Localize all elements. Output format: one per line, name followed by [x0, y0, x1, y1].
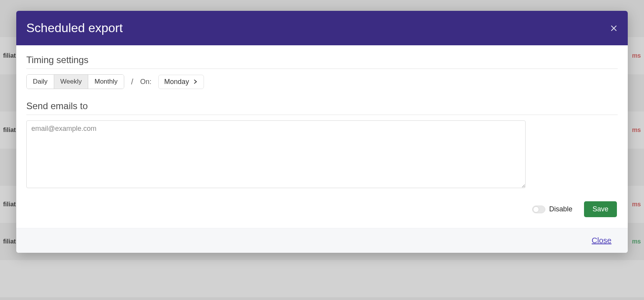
modal-header: Scheduled export: [16, 11, 628, 45]
on-label: On:: [140, 78, 151, 86]
modal-footer: Close: [16, 228, 628, 253]
frequency-daily-button[interactable]: Daily: [27, 75, 54, 89]
disable-toggle-group: Disable: [532, 205, 572, 213]
modal-title: Scheduled export: [26, 21, 123, 35]
close-link[interactable]: Close: [592, 236, 611, 245]
modal-body: Timing settings Daily Weekly Monthly / O…: [16, 45, 628, 228]
save-button[interactable]: Save: [584, 201, 617, 217]
separator: /: [131, 77, 134, 86]
toggle-knob: [533, 206, 539, 213]
close-icon[interactable]: [610, 24, 618, 32]
emails-textarea[interactable]: [26, 120, 526, 188]
timing-row: Daily Weekly Monthly / On: Monday: [26, 74, 618, 89]
day-select-value: Monday: [164, 78, 189, 86]
disable-toggle-label: Disable: [549, 205, 572, 213]
disable-toggle[interactable]: [532, 206, 545, 213]
actions-row: Disable Save: [26, 201, 618, 217]
frequency-segmented-control: Daily Weekly Monthly: [26, 74, 124, 89]
chevron-right-icon: [193, 79, 198, 84]
frequency-weekly-button[interactable]: Weekly: [54, 75, 88, 89]
scheduled-export-modal: Scheduled export Timing settings Daily W…: [16, 11, 628, 253]
frequency-monthly-button[interactable]: Monthly: [88, 75, 124, 89]
emails-section-title: Send emails to: [26, 101, 618, 115]
day-select[interactable]: Monday: [158, 75, 204, 89]
timing-section-title: Timing settings: [26, 55, 618, 69]
